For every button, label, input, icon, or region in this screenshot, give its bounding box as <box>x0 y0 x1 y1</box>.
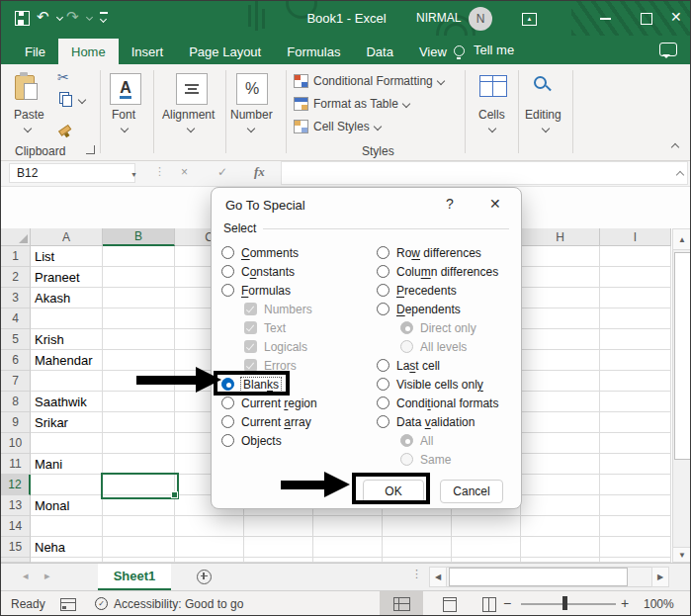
row-header-8[interactable]: 8 <box>1 392 31 412</box>
macro-recording-icon[interactable] <box>60 598 76 611</box>
conditional-formatting-button[interactable]: Conditional Formatting <box>294 74 444 88</box>
row-header-12[interactable]: 12 <box>1 475 31 495</box>
cell-H4[interactable] <box>521 308 600 329</box>
tell-me[interactable]: Tell me <box>474 43 514 57</box>
fill-handle[interactable] <box>171 491 178 498</box>
cell-B1[interactable] <box>103 246 175 267</box>
conditional-formats-label[interactable]: Conditional formats <box>396 396 498 410</box>
number-dropdown-icon[interactable] <box>247 125 255 132</box>
cell-H11[interactable] <box>521 454 600 475</box>
visible-cells-only-radio[interactable] <box>377 378 389 391</box>
accessibility-status[interactable]: Accessibility: Good to go <box>114 597 243 611</box>
cell-B10[interactable] <box>103 433 175 454</box>
cell-F14[interactable] <box>383 516 452 537</box>
row-header-13[interactable]: 13 <box>1 495 31 516</box>
row-differences-label[interactable]: Row differences <box>396 246 481 260</box>
number-button[interactable]: % <box>236 73 268 105</box>
data-validation-label[interactable]: Data validation <box>396 415 475 429</box>
row-differences-radio[interactable] <box>377 246 389 259</box>
tab-insert[interactable]: Insert <box>119 39 177 64</box>
option-last-cell[interactable]: Last cell <box>377 356 440 375</box>
precedents-radio[interactable] <box>377 284 389 297</box>
current-array-label[interactable]: Current array <box>241 415 311 429</box>
row-header-5[interactable]: 5 <box>1 329 31 350</box>
cell-B15[interactable] <box>103 537 175 558</box>
undo-button[interactable]: ↶ <box>37 8 49 26</box>
constants-label[interactable]: Constants <box>241 265 295 279</box>
cell-H14[interactable] <box>521 516 600 537</box>
font-button[interactable]: A <box>110 73 141 105</box>
cell-I8[interactable] <box>600 392 671 412</box>
row-header-11[interactable]: 11 <box>1 454 31 475</box>
cell-A4[interactable] <box>31 308 103 329</box>
current-array-radio[interactable] <box>221 415 234 428</box>
cell-B9[interactable] <box>103 412 175 433</box>
option-conditional-formats[interactable]: Conditional formats <box>377 394 498 412</box>
option-dependents[interactable]: Dependents <box>377 300 461 318</box>
enter-entry-icon[interactable]: ✓ <box>217 165 227 179</box>
cell-A13[interactable]: Monal <box>31 495 103 516</box>
cell-I11[interactable] <box>600 454 671 475</box>
cell-A10[interactable] <box>31 433 103 454</box>
cell-A3[interactable]: Akash <box>31 288 103 308</box>
cell-G14[interactable] <box>452 516 521 537</box>
cell-I6[interactable] <box>600 350 671 371</box>
row-header-2[interactable]: 2 <box>1 267 31 288</box>
cell-I13[interactable] <box>600 495 671 516</box>
cell-A7[interactable] <box>31 371 103 392</box>
horizontal-scroll-thumb[interactable] <box>449 568 628 586</box>
visible-cells-only-label[interactable]: Visible cells only <box>396 378 483 392</box>
avatar[interactable]: N <box>469 7 492 31</box>
option-constants[interactable]: Constants <box>221 262 295 281</box>
format-as-table-dropdown-icon[interactable] <box>402 100 410 108</box>
editing-dropdown-icon[interactable] <box>542 125 550 132</box>
alignment-button[interactable] <box>176 73 208 105</box>
dialog-help-icon[interactable]: ? <box>446 196 454 212</box>
objects-radio[interactable] <box>221 434 234 447</box>
cell-B4[interactable] <box>103 308 175 329</box>
formula-input[interactable] <box>281 161 688 185</box>
option-current-array[interactable]: Current array <box>221 412 311 431</box>
scroll-up-icon[interactable]: ▲ <box>672 228 691 250</box>
zoom-out-button[interactable]: − <box>503 595 511 611</box>
dialog-close-icon[interactable]: ✕ <box>489 196 501 212</box>
comments-label[interactable]: Comments <box>241 246 299 260</box>
format-as-table-button[interactable]: Format as Table <box>294 97 409 111</box>
cell-E14[interactable] <box>313 516 383 537</box>
cell-H2[interactable] <box>521 267 600 288</box>
cancel-button[interactable]: Cancel <box>440 480 503 503</box>
cell-H12[interactable] <box>521 475 600 495</box>
cell-B11[interactable] <box>103 454 175 475</box>
zoom-level[interactable]: 100% <box>644 597 674 611</box>
objects-label[interactable]: Objects <box>241 434 282 448</box>
normal-view-button[interactable] <box>380 591 423 616</box>
formulas-radio[interactable] <box>221 284 234 297</box>
format-painter-icon[interactable] <box>58 126 72 139</box>
cell-I12[interactable] <box>600 475 671 495</box>
minimize-button[interactable] <box>600 18 611 20</box>
dependents-radio[interactable] <box>377 303 389 315</box>
cell-A9[interactable]: Srikar <box>31 412 103 433</box>
maximize-button[interactable] <box>641 13 652 25</box>
copy-icon[interactable] <box>59 92 72 106</box>
close-button[interactable]: ✕ <box>670 9 682 25</box>
vertical-scroll-thumb[interactable] <box>674 252 691 460</box>
cell-A1[interactable]: List <box>31 246 103 267</box>
option-visible-cells-only[interactable]: Visible cells only <box>377 375 483 394</box>
row-header-14[interactable]: 14 <box>1 516 31 537</box>
redo-button[interactable]: ↷ <box>66 8 79 26</box>
row-header-3[interactable]: 3 <box>1 288 31 308</box>
previous-sheet-icon[interactable]: ◂ <box>23 570 29 582</box>
constants-radio[interactable] <box>221 265 234 278</box>
tab-home[interactable]: Home <box>58 39 119 64</box>
cell-H7[interactable] <box>521 371 600 392</box>
clipboard-dialog-launcher-icon[interactable] <box>86 145 95 154</box>
tab-data[interactable]: Data <box>353 39 405 64</box>
cell-B14[interactable] <box>103 516 175 537</box>
zoom-slider-track[interactable] <box>521 603 616 605</box>
cell-styles-button[interactable]: Cell Styles <box>294 120 381 133</box>
tab-page-layout[interactable]: Page Layout <box>176 39 274 64</box>
cell-F15[interactable] <box>383 537 452 558</box>
cell-C15[interactable] <box>175 537 244 558</box>
cell-H10[interactable] <box>521 433 600 454</box>
